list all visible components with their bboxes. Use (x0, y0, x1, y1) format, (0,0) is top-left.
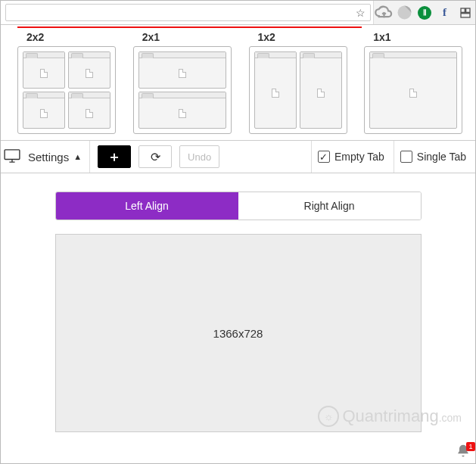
layout-label: 1x1 (364, 31, 466, 43)
single-tab-label: Single Tab (417, 151, 466, 163)
checkbox-icon: ✓ (318, 151, 330, 163)
layout-label: 2x1 (133, 31, 235, 43)
document-icon (40, 109, 48, 118)
app-window: ☆ ⦀ f 2x2 (0, 0, 476, 464)
document-icon (179, 109, 186, 118)
undo-button[interactable]: Undo (179, 145, 219, 168)
document-icon (86, 69, 93, 78)
checkbox-icon (400, 151, 412, 163)
right-align-button[interactable]: Right Align (238, 192, 421, 220)
notification-badge: 1 (466, 442, 475, 451)
document-icon (40, 69, 48, 78)
left-align-button[interactable]: Left Align (56, 192, 238, 220)
document-icon (409, 89, 417, 98)
tab-resize-icon[interactable] (455, 1, 475, 24)
browser-bar: ☆ ⦀ f (1, 1, 475, 25)
svg-rect-1 (461, 8, 465, 12)
address-bar[interactable]: ☆ (5, 4, 371, 21)
align-segment: Left Align Right Align (55, 192, 422, 220)
circle-icon[interactable] (394, 1, 415, 24)
svg-rect-2 (465, 8, 469, 12)
document-icon (179, 69, 186, 78)
toolbar: Settings ▲ ＋ ⟳ Undo ✓ Empty Tab Single T… (1, 140, 475, 173)
document-icon (272, 89, 279, 98)
resolution-preview-wrap: 1366x728 (1, 234, 475, 432)
layout-option-1x1[interactable]: 1x1 (364, 31, 466, 134)
notification-bell[interactable]: 1 (456, 444, 474, 462)
svg-rect-3 (461, 13, 470, 17)
plus-icon: ＋ (107, 148, 121, 166)
bookmark-star-icon[interactable]: ☆ (356, 7, 366, 19)
chevron-up-icon: ▲ (73, 152, 82, 161)
layout-label: 2x2 (17, 31, 120, 43)
document-icon (86, 109, 93, 118)
empty-tab-label: Empty Tab (334, 151, 384, 163)
layout-option-2x2[interactable]: 2x2 (17, 31, 120, 134)
resolution-preview[interactable]: 1366x728 (55, 234, 422, 432)
add-layout-button[interactable]: ＋ (98, 145, 131, 168)
svg-rect-4 (5, 149, 20, 159)
green-extension-icon[interactable]: ⦀ (418, 6, 431, 20)
empty-tab-checkbox[interactable]: ✓ Empty Tab (311, 141, 390, 173)
extension-tray: ⦀ f (373, 1, 475, 24)
layout-option-1x2[interactable]: 1x2 (249, 31, 351, 134)
cloud-sync-icon[interactable] (374, 1, 394, 24)
settings-button[interactable]: Settings ▲ (23, 141, 90, 173)
layout-label: 1x2 (249, 31, 351, 43)
facebook-icon[interactable]: f (434, 1, 455, 24)
single-tab-checkbox[interactable]: Single Tab (394, 141, 472, 173)
document-icon (317, 89, 325, 98)
layout-options-row: 2x2 2x1 1x2 (1, 28, 475, 140)
undo-label: Undo (188, 151, 211, 163)
resolution-label: 1366x728 (213, 327, 263, 340)
align-toggle-row: Left Align Right Align (1, 192, 475, 220)
monitor-icon (4, 149, 20, 165)
settings-label: Settings (28, 151, 69, 163)
refresh-icon: ⟳ (151, 150, 160, 164)
layout-option-2x1[interactable]: 2x1 (133, 31, 235, 134)
refresh-button[interactable]: ⟳ (138, 145, 172, 168)
